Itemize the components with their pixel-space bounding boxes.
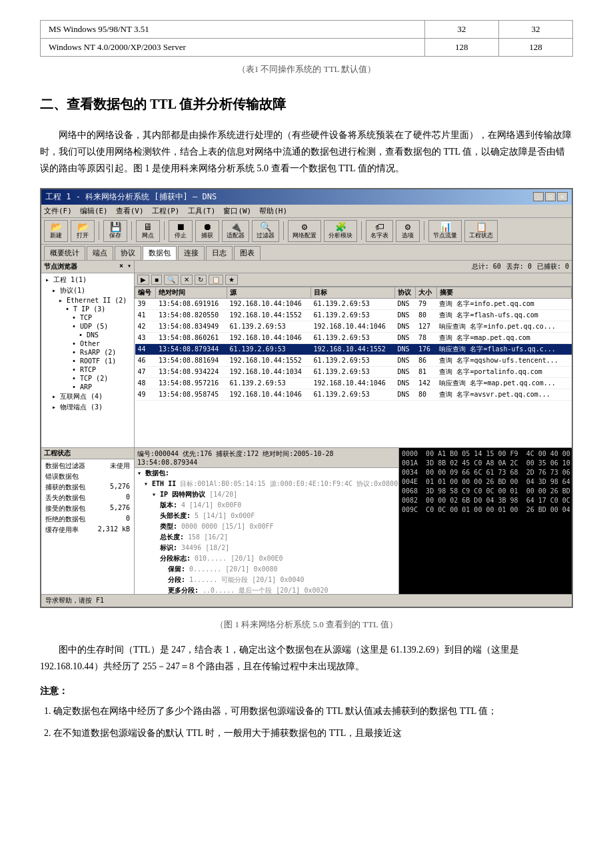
packet-row[interactable]: 41 13:54:08.820550 192.168.10.44:1552 61…: [135, 309, 572, 321]
toolbar-btn-打开[interactable]: 📂打开: [71, 220, 95, 242]
sidebar-tree[interactable]: ▸ 工程 1(1)▸ 协议(1)▸ Ethernet II (2)• T IP …: [41, 273, 134, 447]
mark-button[interactable]: ★: [225, 275, 238, 285]
menu-item[interactable]: 查看(V): [116, 206, 144, 216]
packet-row[interactable]: 44 13:54:08.879344 61.139.2.69:53 192.16…: [135, 343, 572, 355]
menu-item[interactable]: 帮助(H): [259, 206, 287, 216]
refresh-button[interactable]: ↻: [195, 275, 207, 285]
detail-tree-item[interactable]: ▾ 数据包:: [135, 468, 398, 479]
status-row: 丢失的数据包0: [43, 493, 133, 503]
sidebar: 节点浏览器 × ▾ ▸ 工程 1(1)▸ 协议(1)▸ Ethernet II …: [41, 261, 135, 447]
menu-item[interactable]: 工程(P): [152, 206, 180, 216]
hex-row: 0068 3D 98 58 C9 C0 0C 00 01 00 00 26 BD…: [402, 487, 569, 496]
sidebar-tree-item[interactable]: • ROOTF (1): [43, 357, 133, 365]
sidebar-pin[interactable]: × ▾: [119, 262, 131, 271]
maximize-button[interactable]: □: [545, 192, 556, 201]
minimize-button[interactable]: _: [533, 192, 544, 201]
toolbar-btn-停止[interactable]: ⏹停止: [169, 220, 193, 242]
tab-日志[interactable]: 日志: [206, 246, 233, 260]
detail-tree-item[interactable]: 保留: 0....... [20/1] 0x0080: [135, 564, 398, 575]
toolbar-btn-新建[interactable]: 📂新建: [44, 220, 68, 242]
sidebar-tree-item[interactable]: ▸ Ethernet II (2): [43, 296, 133, 305]
toolbar-btn-选项[interactable]: ⚙选项: [396, 220, 420, 242]
col-header-编号[interactable]: 编号: [135, 287, 156, 298]
toolbar-btn-名字表[interactable]: 🏷名字表: [366, 220, 393, 242]
packet-row[interactable]: 39 13:54:08.691916 192.168.10.44:1046 61…: [135, 298, 572, 309]
sidebar-tree-item[interactable]: • TCP (2): [43, 374, 133, 383]
close-button[interactable]: ✕: [557, 192, 568, 201]
packet-row[interactable]: 42 13:54:08.834949 61.139.2.69:53 192.16…: [135, 321, 572, 332]
export-button[interactable]: 📋: [209, 275, 223, 285]
play-button[interactable]: ▶: [137, 275, 149, 285]
stop-button[interactable]: ■: [151, 275, 162, 285]
col-header-大小[interactable]: 大小: [416, 287, 436, 298]
sidebar-tree-item[interactable]: ▸ 互联网点 (4): [43, 391, 133, 402]
detail-panel[interactable]: 编号:000044 优先:176 捕获长度:172 绝对时间:2005-10-2…: [135, 448, 398, 594]
clear-button[interactable]: ✕: [181, 275, 193, 285]
packet-row[interactable]: 47 13:54:08.934224 192.168.10.44:1034 61…: [135, 366, 572, 377]
col-header-目标[interactable]: 目标: [311, 287, 395, 298]
detail-tree-item[interactable]: 更多分段: ..0..... 最后一个段 [20/1] 0x0020: [135, 585, 398, 594]
sidebar-tree-item[interactable]: ▸ 协议(1): [43, 285, 133, 296]
menu-item[interactable]: 文件(F): [44, 206, 72, 216]
note-item: 确定数据包在网络中经历了多少个路由器，可用数据包源端设备的 TTL 默认值减去捕…: [53, 703, 573, 719]
sidebar-tree-item[interactable]: ▸ 物理端点 (3): [43, 402, 133, 413]
sidebar-tree-item[interactable]: ▸ 工程 1(1): [43, 275, 133, 285]
col-header-协议[interactable]: 协议: [395, 287, 416, 298]
detail-tree-item[interactable]: 版本: 4 [14/1] 0x00F0: [135, 500, 398, 511]
tab-概要统计[interactable]: 概要统计: [44, 246, 85, 260]
toolbar-btn-分析模块[interactable]: 🧩分析模块: [324, 220, 357, 242]
detail-tree[interactable]: ▾ 数据包:▾ ETH II 目标:001Al:B0:05:14:15 源:00…: [135, 468, 398, 594]
hex-row: 009C C0 0C 00 01 00 00 01 00 26 BD 00 04…: [402, 505, 569, 515]
sidebar-tree-item[interactable]: • ARP: [43, 383, 133, 391]
sidebar-tree-item[interactable]: • RTCP: [43, 365, 133, 374]
os-ttl-table: MS Windows 95/98/NT 3.513232Windows NT 4…: [40, 20, 573, 57]
toolbar-separator: [361, 221, 362, 240]
col-header-绝对时间[interactable]: 绝对时间: [156, 287, 227, 298]
detail-tree-item[interactable]: ▾ IP 因特网协议 [14/20]: [135, 489, 398, 500]
tabs-row[interactable]: 概要统计端点协议数据包连接日志图表: [41, 245, 572, 261]
menu-item[interactable]: 编辑(E): [80, 206, 108, 216]
sidebar-header: 节点浏览器 × ▾: [41, 261, 134, 273]
toolbar-btn-网点[interactable]: 🖥网点: [136, 220, 160, 242]
packet-row[interactable]: 46 13:54:08.881694 192.168.10.44:1552 61…: [135, 355, 572, 366]
toolbar-btn-节点流量[interactable]: 📊节点流量: [428, 220, 462, 242]
tab-数据包[interactable]: 数据包: [143, 246, 177, 260]
packet-table-wrap[interactable]: 编号绝对时间源目标协议大小摘要 39 13:54:08.691916 192.1…: [135, 287, 572, 447]
note-list: 确定数据包在网络中经历了多少个路由器，可用数据包源端设备的 TTL 默认值减去捕…: [53, 703, 573, 741]
packet-table: 编号绝对时间源目标协议大小摘要 39 13:54:08.691916 192.1…: [135, 287, 572, 401]
packet-row[interactable]: 49 13:54:08.958745 192.168.10.44:1046 61…: [135, 389, 572, 400]
filter-button[interactable]: 🔍: [164, 275, 179, 285]
detail-tree-item[interactable]: 分段标志: 010..... [20/1] 0x00E0: [135, 553, 398, 564]
menu-item[interactable]: 窗口(W): [223, 206, 251, 216]
col-header-摘要[interactable]: 摘要: [436, 287, 571, 298]
sidebar-tree-item[interactable]: • T IP (3): [43, 305, 133, 313]
toolbar-btn-捕获[interactable]: ⏺捕获: [195, 220, 219, 242]
detail-tree-item[interactable]: 总长度: 158 [16/2]: [135, 532, 398, 543]
tab-图表[interactable]: 图表: [234, 246, 261, 260]
toolbar-btn-过滤器[interactable]: 🔍过滤器: [252, 220, 279, 242]
packet-row[interactable]: 48 13:54:08.957216 61.139.2.69:53 192.16…: [135, 377, 572, 389]
toolbar-btn-网络配置[interactable]: ⚙网络配置: [288, 220, 321, 242]
toolbar-btn-工程状态[interactable]: 📋工程状态: [464, 220, 498, 242]
toolbar-btn-保存[interactable]: 💾保存: [103, 220, 127, 242]
detail-tree-item[interactable]: 头部长度: 5 [14/1] 0x000F: [135, 511, 398, 521]
detail-tree-item[interactable]: 类型: 0000 0000 [15/1] 0x00FF: [135, 521, 398, 532]
detail-tree-item[interactable]: 分段: 1...... 可能分段 [20/1] 0x0040: [135, 575, 398, 585]
sidebar-tree-item[interactable]: • DNS: [43, 331, 133, 339]
menu-item[interactable]: 工具(T): [188, 206, 216, 216]
packet-row[interactable]: 43 13:54:08.860261 192.168.10.44:1046 61…: [135, 332, 572, 343]
hex-row: 0034 00 00 09 66 6C 61 73 68 2D 76 73 06…: [402, 468, 569, 477]
sidebar-tree-item[interactable]: • TCP: [43, 313, 133, 322]
tab-连接[interactable]: 连接: [178, 246, 205, 260]
tab-协议[interactable]: 协议: [115, 246, 141, 260]
tab-端点[interactable]: 端点: [87, 246, 113, 260]
window-title: 工程 1 - 科来网络分析系统 [捕获中] – DNS: [45, 191, 217, 203]
sidebar-tree-item[interactable]: • UDP (5): [43, 322, 133, 331]
col-header-源[interactable]: 源: [227, 287, 310, 298]
detail-tree-item[interactable]: ▾ ETH II 目标:001Al:B0:05:14:15 源:000:E0:4…: [135, 479, 398, 489]
sidebar-tree-item[interactable]: • Other: [43, 339, 133, 348]
toolbar-separator: [283, 221, 284, 240]
detail-tree-item[interactable]: 标识: 34496 [18/2]: [135, 543, 398, 553]
sidebar-tree-item[interactable]: • RsARP (2): [43, 348, 133, 357]
toolbar-btn-适配器[interactable]: 🔌适配器: [222, 220, 249, 242]
